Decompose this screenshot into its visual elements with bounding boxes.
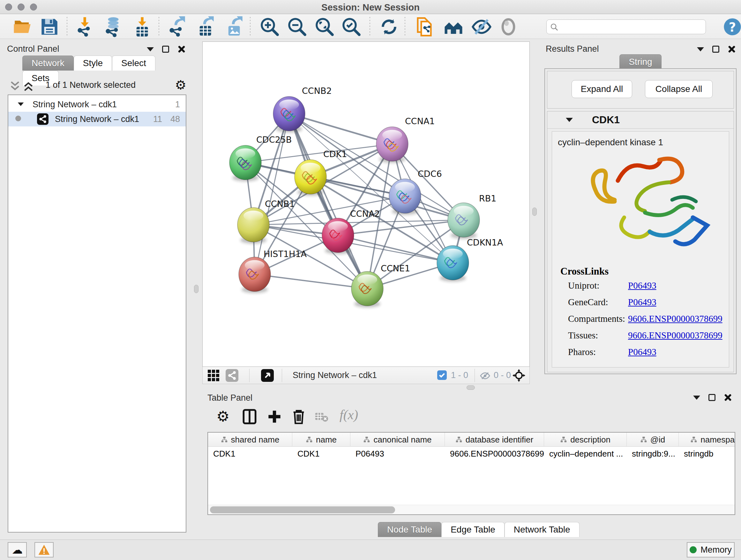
table-row[interactable]: CDK1CDK1P064939606.ENSP00000378699cyclin… — [208, 447, 735, 461]
results-panel-menu-icon[interactable] — [697, 47, 704, 51]
expand-all-button[interactable]: Expand All — [571, 80, 632, 98]
network-node-RB1[interactable]: RB1 — [448, 193, 496, 239]
crosslink-label: Compartments: — [568, 314, 625, 324]
table-panel-close-icon[interactable] — [724, 394, 731, 401]
memory-button[interactable]: Memory — [687, 542, 735, 557]
tab-style[interactable]: Style — [74, 56, 112, 71]
help-icon[interactable]: ? — [723, 17, 741, 39]
column-header-namespace[interactable]: namespace — [679, 433, 735, 447]
left-splitter-handle[interactable] — [194, 285, 199, 293]
svg-text:CCNA2: CCNA2 — [350, 209, 380, 219]
cell[interactable]: cyclin–dependent ... — [544, 447, 627, 461]
network-collection-row[interactable]: String Network – cdk1 1 — [8, 97, 186, 112]
crosslink-value-link[interactable]: 9606.ENSP00000378699 — [628, 314, 723, 324]
tab-string[interactable]: String — [619, 54, 661, 69]
crosslink-value-link[interactable]: P06493 — [628, 347, 657, 357]
duplicate-network-icon[interactable] — [414, 16, 435, 37]
zoom-in-icon[interactable] — [259, 16, 280, 37]
export-table-icon[interactable] — [195, 16, 216, 37]
save-session-icon[interactable] — [39, 16, 60, 37]
warnings-button[interactable] — [35, 542, 54, 557]
show-columns-icon[interactable] — [241, 408, 259, 426]
network-label: String Network – cdk1 — [55, 114, 139, 124]
first-neighbors-icon[interactable] — [443, 16, 464, 37]
crosslink-value-link[interactable]: P06493 — [628, 280, 657, 291]
control-panel-close-icon[interactable] — [178, 45, 185, 53]
gene-collapse-icon[interactable] — [566, 118, 573, 122]
network-node-CCNA1[interactable]: CCNA1 — [376, 116, 435, 163]
scrollbar-thumb[interactable] — [210, 506, 395, 513]
export-network-icon[interactable] — [166, 16, 188, 37]
main-toolbar: ? — [0, 14, 741, 39]
network-node-HIST1H1A[interactable]: HIST1H1A — [239, 249, 307, 293]
collection-expand-icon[interactable] — [18, 103, 24, 106]
column-header-description[interactable]: description — [544, 433, 627, 447]
tab-network-table[interactable]: Network Table — [504, 522, 580, 537]
collapse-all-button[interactable]: Collapse All — [645, 80, 713, 98]
network-options-gear-icon[interactable]: ⚙ — [175, 78, 186, 91]
table-panel-float-icon[interactable] — [709, 394, 716, 401]
cell[interactable]: P06493 — [350, 447, 445, 461]
fit-selected-crosshair-icon[interactable] — [512, 368, 526, 383]
view-grid-icon[interactable] — [208, 370, 219, 381]
open-session-icon[interactable] — [12, 16, 33, 37]
network-row[interactable]: String Network – cdk1 11 48 — [8, 112, 186, 126]
table-h-scrollbar[interactable] — [208, 505, 735, 514]
column-header-name[interactable]: name — [292, 433, 350, 447]
crosslink-value-link[interactable]: 9606.ENSP00000378699 — [628, 330, 723, 341]
results-panel-close-icon[interactable] — [728, 45, 735, 53]
cloud-status-button[interactable]: ☁ — [8, 542, 27, 557]
zoom-fit-icon[interactable] — [314, 16, 335, 37]
birdseye-view-icon[interactable] — [261, 369, 274, 382]
network-canvas[interactable]: CCNB2CCNA1CDC25BCDK1CDC6RB1CCNB1CCNA2CDK… — [202, 42, 530, 367]
network-node-CCNE1[interactable]: CCNE1 — [351, 263, 410, 307]
column-type-icon — [363, 436, 370, 443]
delete-column-icon[interactable] — [290, 408, 308, 426]
memory-label: Memory — [700, 545, 732, 555]
table-header-row: shared namenamecanonical namedatabase id… — [208, 433, 735, 447]
import-table-file-icon[interactable] — [132, 16, 153, 37]
control-panel-menu-icon[interactable] — [147, 47, 154, 51]
network-node-CDK1[interactable]: CDK1 — [294, 149, 347, 196]
column-header-databaseidentifier[interactable]: database identifier — [445, 433, 544, 447]
search-input[interactable] — [561, 20, 702, 33]
right-splitter-handle[interactable] — [532, 207, 537, 216]
column-header-id[interactable]: @id — [627, 433, 679, 447]
table-panel-menu-icon[interactable] — [693, 395, 700, 400]
crosslink-value-link[interactable]: P06493 — [628, 297, 657, 307]
column-header-sharedname[interactable]: shared name — [208, 433, 292, 447]
refresh-icon[interactable] — [379, 16, 400, 37]
zoom-selected-icon[interactable] — [341, 16, 362, 37]
network-selection-status: 1 of 1 Network selected — [8, 80, 174, 90]
string-network-icon — [37, 113, 49, 125]
tab-edge-table[interactable]: Edge Table — [441, 522, 504, 537]
zoom-out-icon[interactable] — [286, 16, 308, 37]
export-image-icon[interactable] — [224, 16, 245, 37]
view-share-icon[interactable] — [226, 369, 239, 382]
column-header-canonicalname[interactable]: canonical name — [350, 433, 445, 447]
results-panel-float-icon[interactable] — [712, 46, 719, 53]
table-options-gear-icon[interactable]: ⚙ — [216, 409, 229, 424]
crosslink-label: Uniprot: — [568, 280, 599, 291]
protein-structure-image — [567, 152, 717, 257]
import-network-database-icon[interactable] — [103, 16, 124, 37]
control-panel-float-icon[interactable] — [162, 46, 169, 53]
gene-section-header[interactable]: CDK1 — [547, 111, 734, 129]
network-node-CDKN1A[interactable]: CDKN1A — [437, 238, 503, 282]
tab-select[interactable]: Select — [112, 56, 155, 71]
bottom-splitter-handle[interactable] — [467, 385, 475, 390]
cell[interactable]: CDK1 — [292, 447, 350, 461]
hide-selected-icon[interactable] — [471, 16, 492, 37]
selected-checkbox-icon[interactable] — [437, 370, 447, 380]
node-table: shared namenamecanonical namedatabase id… — [207, 432, 735, 515]
cell[interactable]: CDK1 — [208, 447, 292, 461]
cell[interactable]: stringdb — [679, 447, 735, 461]
network-node-CCNB1[interactable]: CCNB1 — [238, 199, 295, 244]
tab-node-table[interactable]: Node Table — [378, 522, 441, 537]
cell[interactable]: stringdb:9... — [627, 447, 679, 461]
add-column-icon[interactable] — [266, 408, 283, 426]
show-all-icon[interactable] — [498, 16, 519, 37]
cell[interactable]: 9606.ENSP00000378699 — [445, 447, 544, 461]
tab-network[interactable]: Network — [22, 56, 74, 71]
import-network-file-icon[interactable] — [75, 16, 96, 37]
